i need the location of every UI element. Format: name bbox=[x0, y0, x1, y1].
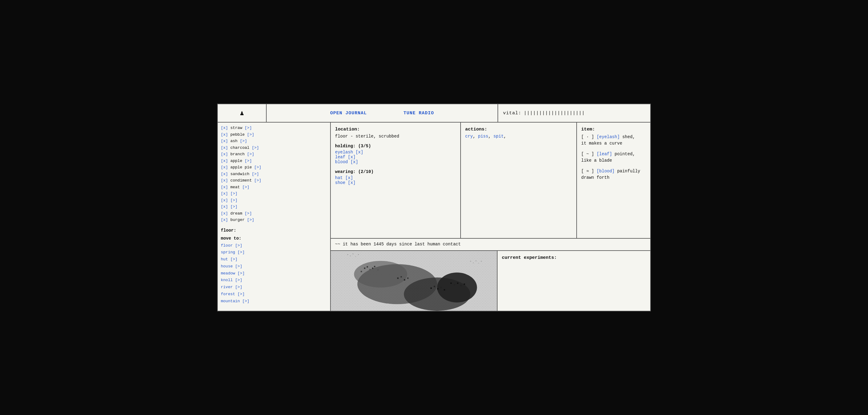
vital-area: vital: |||||||||||||||||||| bbox=[498, 104, 650, 122]
list-item: [x] sandwich [>] bbox=[221, 171, 327, 177]
svg-rect-26 bbox=[464, 284, 465, 285]
svg-rect-11 bbox=[374, 266, 375, 267]
svg-rect-30 bbox=[355, 256, 356, 257]
item-panel-label: item: bbox=[581, 127, 646, 132]
list-item: [x] apple pie [>] bbox=[221, 165, 327, 171]
top-center: OPEN JOURNAL TUNE RADIO bbox=[267, 104, 498, 122]
location-floor: floor [>] bbox=[221, 243, 327, 249]
svg-rect-23 bbox=[454, 284, 455, 286]
item-leaf: [ ~ ] [leaf] pointed, like a blade bbox=[581, 151, 646, 164]
message-text: ~~ it has been 1445 days since last huma… bbox=[335, 242, 461, 247]
list-item: [x] condiment [>] bbox=[221, 178, 327, 184]
player-icon-area: ♟ bbox=[218, 104, 267, 122]
list-item: [x] ash [>] bbox=[221, 138, 327, 144]
svg-rect-29 bbox=[353, 254, 353, 254]
holding-label: holding: (3/5) bbox=[335, 144, 456, 149]
main-wrapper: ♟ OPEN JOURNAL TUNE RADIO vital: |||||||… bbox=[0, 0, 868, 415]
scene-image bbox=[331, 251, 497, 311]
list-item: [x] straw [>] bbox=[221, 125, 327, 131]
svg-rect-20 bbox=[440, 287, 442, 288]
location-panel-label: location: bbox=[335, 127, 456, 132]
holding-blood: blood [x] bbox=[335, 159, 456, 165]
location-river: river [>] bbox=[221, 284, 327, 291]
svg-rect-14 bbox=[400, 276, 402, 277]
center-top: location: floor - sterile, scrubbed hold… bbox=[331, 122, 650, 239]
locations-list: floor [>] spring [>] hut [>] house [>] m… bbox=[221, 243, 327, 305]
svg-rect-33 bbox=[473, 263, 474, 263]
location-meadow: meadow [>] bbox=[221, 270, 327, 277]
svg-rect-31 bbox=[358, 254, 359, 255]
game-container: ♟ OPEN JOURNAL TUNE RADIO vital: |||||||… bbox=[217, 103, 651, 312]
list-item: [x] burger [>] bbox=[221, 217, 327, 223]
location-description: floor - sterile, scrubbed bbox=[335, 134, 456, 139]
svg-rect-8 bbox=[369, 269, 370, 270]
svg-rect-19 bbox=[437, 288, 438, 289]
floor-label: floor: bbox=[221, 228, 327, 233]
location-forest: forest [>] bbox=[221, 291, 327, 298]
item-panel: item: [ · ] [eyelash] shed, it makes a c… bbox=[577, 122, 650, 238]
holding-leaf: leaf [x] bbox=[335, 155, 456, 159]
svg-rect-35 bbox=[478, 263, 479, 263]
svg-rect-6 bbox=[364, 267, 365, 269]
svg-rect-9 bbox=[372, 267, 373, 269]
list-item: [x] branch [>] bbox=[221, 151, 327, 157]
image-panel bbox=[331, 251, 498, 311]
location-hut: hut [>] bbox=[221, 257, 327, 263]
svg-point-4 bbox=[354, 261, 407, 288]
wearing-label: wearing: (2/10) bbox=[335, 169, 456, 174]
svg-rect-12 bbox=[377, 269, 378, 270]
experiments-label: current experiments: bbox=[502, 255, 646, 260]
center-area: location: floor - sterile, scrubbed hold… bbox=[331, 122, 650, 311]
list-item: [x] apple [>] bbox=[221, 158, 327, 164]
location-knoll: knoll [>] bbox=[221, 277, 327, 284]
actions-panel: actions: cry, piss, spit, bbox=[461, 122, 577, 238]
actions-panel-label: actions: bbox=[465, 127, 572, 132]
item-eyelash: [ · ] [eyelash] shed, it makes a curve bbox=[581, 134, 646, 147]
location-spring: spring [>] bbox=[221, 249, 327, 256]
svg-rect-18 bbox=[434, 286, 435, 287]
main-content: [x] straw [>] [x] pebble [>] [x] ash [>] bbox=[218, 122, 650, 311]
svg-point-5 bbox=[437, 273, 477, 302]
wearing-hat: hat [x] bbox=[335, 175, 456, 180]
left-panel: [x] straw [>] [x] pebble [>] [x] ash [>] bbox=[218, 122, 331, 311]
move-to-label: move to: bbox=[221, 236, 327, 241]
location-house: house [>] bbox=[221, 263, 327, 270]
holding-eyelash: eyelash [x] bbox=[335, 150, 456, 155]
message-bar: ~~ it has been 1445 days since last huma… bbox=[331, 239, 650, 251]
list-item: [x] pebble [>] bbox=[221, 132, 327, 138]
svg-rect-17 bbox=[430, 288, 432, 289]
svg-rect-21 bbox=[444, 289, 445, 290]
wearing-shoe: shoe [x] bbox=[335, 180, 456, 185]
list-item: [x] meat [>] bbox=[221, 184, 327, 190]
svg-rect-15 bbox=[404, 279, 405, 280]
svg-rect-7 bbox=[367, 266, 368, 267]
center-bottom: current experiments: bbox=[331, 251, 650, 311]
list-item: [x] [>] bbox=[221, 191, 327, 197]
item-blood: [ ≈ ] [blood] painfully drawn forth bbox=[581, 168, 646, 181]
experiments-panel: current experiments: bbox=[498, 251, 650, 311]
list-item: [x] [>] bbox=[221, 198, 327, 204]
svg-rect-10 bbox=[361, 271, 362, 272]
svg-rect-22 bbox=[451, 283, 452, 284]
svg-rect-27 bbox=[347, 254, 348, 255]
svg-rect-32 bbox=[470, 261, 471, 262]
svg-rect-28 bbox=[350, 256, 351, 256]
svg-rect-25 bbox=[460, 285, 462, 286]
open-journal-button[interactable]: OPEN JOURNAL bbox=[330, 111, 367, 116]
top-bar: ♟ OPEN JOURNAL TUNE RADIO vital: |||||||… bbox=[218, 104, 650, 122]
actions-list: cry, piss, spit, bbox=[465, 134, 572, 139]
inventory-list: [x] straw [>] [x] pebble [>] [x] ash [>] bbox=[221, 125, 327, 223]
svg-rect-36 bbox=[481, 261, 482, 262]
svg-rect-34 bbox=[475, 261, 476, 261]
list-item: [x] dream [>] bbox=[221, 211, 327, 217]
list-item: [x] charcoal [>] bbox=[221, 145, 327, 151]
svg-rect-16 bbox=[407, 277, 408, 279]
vital-label: vital: bbox=[503, 111, 521, 116]
vital-bars: |||||||||||||||||||| bbox=[524, 111, 585, 116]
player-icon: ♟ bbox=[240, 109, 244, 117]
list-item: [x] [>] bbox=[221, 204, 327, 210]
location-panel: location: floor - sterile, scrubbed hold… bbox=[331, 122, 461, 238]
svg-rect-13 bbox=[397, 277, 399, 279]
tune-radio-button[interactable]: TUNE RADIO bbox=[403, 111, 434, 116]
location-mountain: mountain [>] bbox=[221, 298, 327, 305]
